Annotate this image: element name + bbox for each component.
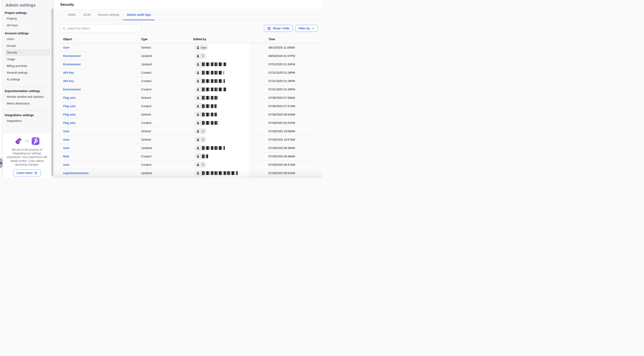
sidebar-divider [5,110,49,111]
sidebar-item-groups[interactable]: Groups [5,42,49,49]
object-link[interactable]: User [63,146,70,150]
tab-session-settings[interactable]: Session settings [94,10,123,20]
sidebar-item-usage[interactable]: Usage [5,56,49,63]
object-cell: Environment [60,88,138,91]
settings-migration-promo-card: We are in the process of integrating our… [3,133,51,178]
edited-by-cell [190,61,266,67]
person-icon [196,122,200,124]
table-row: User Updated 07/29/2025 06:48AM [60,144,320,152]
sidebar-item-api-keys[interactable]: API keys [5,22,49,29]
time-cell: 08/14/2025 11:08AM [266,46,320,49]
object-link[interactable]: API Key [63,71,74,74]
person-icon [196,54,200,58]
editor-badge [194,78,206,84]
time-cell: 07/31/2025 01:28PM [266,88,320,91]
column-header-time: Time [266,38,320,41]
sidebar-item-projects[interactable]: Projects [5,15,49,22]
sidebar-title: Admin settings [6,3,54,8]
object-link[interactable]: User [63,138,70,141]
tab-admin-audit-logs[interactable]: Admin audit logs [123,10,154,20]
editor-badge [194,112,206,118]
sidebar-section-account-settings: Account settings [5,32,54,35]
table-row: experimentversion Updated 07/28/2025 09:… [60,178,320,178]
tab-saml[interactable]: SAML [64,10,80,20]
harness-logo-icon [32,137,40,145]
object-link[interactable]: Flag sets [63,113,76,116]
sidebar-item-billing-and-limits[interactable]: Billing and limits [5,63,49,70]
object-cell: Flag sets [60,104,138,108]
sidebar-item-monitor-window-and-statistics[interactable]: Monitor window and statistics [5,94,49,100]
editor-badge [194,70,206,76]
editor-badge [194,86,206,92]
sidebar-item-security[interactable]: Security [5,49,50,56]
object-link[interactable]: Environment [63,54,81,58]
external-link-icon [34,172,37,174]
sidebar-item-integrations[interactable]: Integrations [5,118,49,124]
sidebar-item-ai-settings[interactable]: AI settings [5,76,49,83]
editor-badge [194,95,206,101]
time-cell: 07/30/2025 07:59AM [266,96,320,100]
redacted-editor-name [202,62,226,66]
edited-by-cell [190,95,266,101]
object-link[interactable]: User [63,46,70,49]
tab-scim[interactable]: SCIM [80,10,94,20]
audit-log-table: Object Type Edited by Time User Deleted … [60,35,320,178]
editor-badge [194,162,206,168]
table-row: Environment Created 07/31/2025 01:28PM [60,85,320,94]
object-link[interactable]: experimentversion [63,172,88,175]
sidebar-item-metric-dimensions[interactable]: Metric dimensions [5,100,49,107]
object-link[interactable]: Role [63,155,69,158]
column-header-type: Type [138,38,190,41]
show-hide-columns-button[interactable]: Show / Hide [264,25,292,32]
redacted-editor-name [202,54,204,58]
column-header-edited-by: Edited by [190,38,266,41]
edited-by-cell [190,128,266,134]
sidebar-scrollbar-thumb[interactable] [52,8,53,176]
object-link[interactable]: API Key [63,80,74,83]
table-row: experimentversion Updated 07/28/2025 09:… [60,169,320,178]
sidebar-item-users[interactable]: Users [5,36,49,42]
object-cell: API Key [60,80,138,83]
person-icon [196,46,200,49]
object-link[interactable]: User [63,130,70,133]
expand-arrow-icon [0,162,2,164]
type-cell: Created [138,104,190,108]
edited-by-cell [190,70,266,76]
object-link[interactable]: User [63,163,70,166]
person-icon [196,63,200,66]
table-row: Environment Updated 08/04/2025 01:57PM [60,52,320,60]
type-cell: Deleted [138,130,190,133]
search-editors-input[interactable] [67,26,139,30]
object-link[interactable]: Environment [63,88,81,91]
learn-more-button[interactable]: Learn more [13,170,41,176]
type-cell: Updated [138,54,190,58]
edited-by-cell [190,112,266,118]
object-link[interactable]: Flag sets [63,96,76,100]
toolbar-buttons: Show / Hide Filter by [264,25,318,32]
sidebar-section-experimentation-settings: Experimentation settings [5,90,54,93]
page-title-bar: Security [54,0,322,10]
column-header-object: Object [60,38,138,41]
edited-by-cell [190,162,266,168]
redacted-editor-name [202,88,226,91]
person-icon [196,80,200,83]
type-cell: Created [138,155,190,158]
object-link[interactable]: Flag sets [63,104,76,108]
editor-badge [194,145,206,151]
table-row: Environment Updated 07/31/2025 01:33PM [60,60,320,68]
time-cell: 07/29/2025 02:01PM [266,121,320,124]
person-icon [196,138,200,141]
table-row: Flag sets Deleted 07/30/2025 07:59AM [60,94,320,102]
redacted-editor-name [202,130,205,133]
type-cell: Created [138,88,190,91]
filter-by-button[interactable]: Filter by [295,25,318,32]
table-row: Role Created 07/29/2025 06:48AM [60,152,320,161]
object-link[interactable]: Environment [63,63,81,66]
sidebar-item-general-settings[interactable]: General settings [5,70,49,76]
table-row: User Deleted 07/29/2025 10:07AM [60,136,320,144]
type-cell: Updated [138,146,190,150]
object-cell: Flag sets [60,121,138,124]
time-cell: 07/29/2025 06:47AM [266,163,320,166]
admin-settings-app: Admin settings Project settingsProjectsA… [0,0,322,178]
object-link[interactable]: Flag sets [63,121,76,124]
